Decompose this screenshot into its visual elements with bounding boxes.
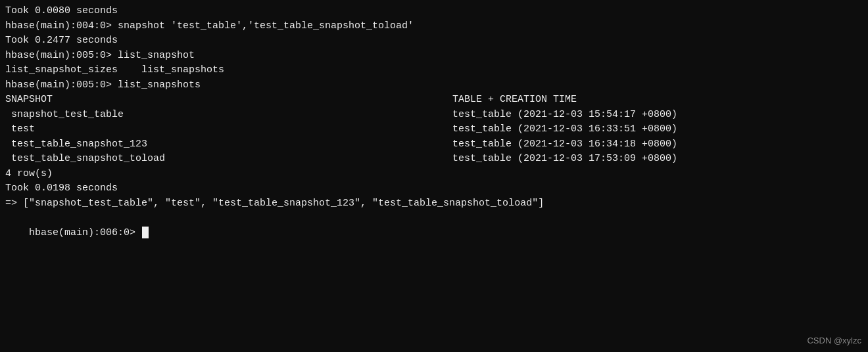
result-line: => ["snapshot_test_table", "test", "test… bbox=[5, 196, 863, 211]
snapshot-info-3: test_table (2021-12-03 16:34:18 +0800) bbox=[452, 137, 677, 152]
snapshot-col-header-right: TABLE + CREATION TIME bbox=[452, 93, 577, 108]
snapshot-data-row-1: snapshot_test_table test_table (2021-12-… bbox=[5, 108, 863, 123]
snapshot-info-1: test_table (2021-12-03 15:54:17 +0800) bbox=[452, 108, 677, 123]
autocomplete-line: list_snapshot_sizes list_snapshots bbox=[5, 63, 863, 78]
snapshot-name-2: test bbox=[5, 122, 452, 137]
snapshot-col-header-left: SNAPSHOT bbox=[5, 93, 452, 108]
command-line-5a: hbase(main):005:0> list_snapshot bbox=[5, 49, 863, 64]
prompt-line[interactable]: hbase(main):006:0> bbox=[5, 211, 863, 255]
snapshot-data-row-3: test_table_snapshot_123 test_table (2021… bbox=[5, 137, 863, 152]
snapshot-name-1: snapshot_test_table bbox=[5, 108, 452, 123]
terminal-window: Took 0.0080 seconds hbase(main):004:0> s… bbox=[0, 0, 868, 352]
output-line-2: Took 0.2477 seconds bbox=[5, 33, 863, 49]
rows-count: 4 row(s) bbox=[5, 167, 863, 182]
snapshot-name-3: test_table_snapshot_123 bbox=[5, 137, 452, 152]
snapshot-header-row: SNAPSHOT TABLE + CREATION TIME bbox=[5, 93, 863, 108]
watermark: CSDN @xylzc bbox=[807, 334, 861, 347]
terminal-cursor bbox=[142, 227, 149, 238]
snapshot-table: SNAPSHOT TABLE + CREATION TIME snapshot_… bbox=[5, 93, 863, 167]
snapshot-name-4: test_table_snapshot_toload bbox=[5, 152, 452, 167]
snapshot-info-2: test_table (2021-12-03 16:33:51 +0800) bbox=[452, 122, 677, 137]
snapshot-data-row-4: test_table_snapshot_toload test_table (2… bbox=[5, 152, 863, 167]
took-time-2: Took 0.0198 seconds bbox=[5, 181, 863, 196]
snapshot-info-4: test_table (2021-12-03 17:53:09 +0800) bbox=[452, 152, 677, 167]
command-line-4: hbase(main):004:0> snapshot 'test_table'… bbox=[5, 19, 863, 34]
command-line-5b: hbase(main):005:0> list_snapshots bbox=[5, 78, 863, 93]
snapshot-data-row-2: test test_table (2021-12-03 16:33:51 +08… bbox=[5, 122, 863, 137]
prompt-text: hbase(main):006:0> bbox=[29, 227, 141, 238]
output-line-1: Took 0.0080 seconds bbox=[5, 4, 863, 19]
